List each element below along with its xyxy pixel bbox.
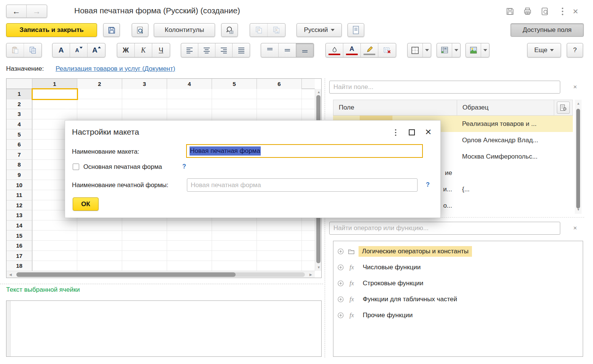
paste-format-button[interactable] xyxy=(268,24,285,37)
expand-icon[interactable] xyxy=(337,312,344,319)
grid-row-header[interactable]: 9 xyxy=(6,170,32,180)
grid-column-header[interactable]: 2 xyxy=(77,79,122,89)
valign-middle-button[interactable] xyxy=(279,43,296,57)
scroll-up-icon[interactable]: ▲ xyxy=(317,91,320,94)
save-and-close-button[interactable]: Записать и закрыть xyxy=(6,23,97,37)
borders-caret[interactable] xyxy=(423,43,431,57)
ok-button[interactable]: ОК xyxy=(73,197,99,211)
clear-format-button[interactable] xyxy=(378,43,396,57)
grid-column-header[interactable]: 5 xyxy=(212,79,257,89)
table-settings-button[interactable] xyxy=(557,102,570,114)
tree-item[interactable]: Логические операторы и константы xyxy=(333,243,583,259)
grid-row-header[interactable]: 3 xyxy=(6,109,32,119)
grid-column-header[interactable]: 6 xyxy=(257,79,302,89)
grid-row-header[interactable]: 10 xyxy=(6,180,32,190)
grid-row-header[interactable]: 2 xyxy=(6,99,32,110)
close-window-button[interactable]: × xyxy=(570,6,581,17)
grid-column-header[interactable]: 4 xyxy=(167,79,212,89)
grid-hscroll-thumb[interactable] xyxy=(16,272,236,277)
grid-column-header[interactable]: 3 xyxy=(122,79,167,89)
forward-button[interactable]: → xyxy=(27,5,47,17)
grid-row-header[interactable]: 18 xyxy=(6,261,32,271)
named-areas-caret[interactable] xyxy=(452,43,460,57)
clear-search-icon[interactable]: × xyxy=(572,225,579,232)
grid-row-header[interactable]: 11 xyxy=(6,190,32,200)
picture-button[interactable] xyxy=(466,43,481,57)
assignment-link[interactable]: Реализация товаров и услуг (Документ) xyxy=(56,65,175,73)
grid-row-header[interactable]: 1 xyxy=(6,89,32,99)
fields-scrollbar[interactable]: ▲ ▼ xyxy=(575,100,582,214)
copy-button[interactable] xyxy=(24,43,41,57)
main-print-form-checkbox[interactable] xyxy=(73,164,79,170)
grid-row-header[interactable]: 14 xyxy=(6,221,32,231)
dialog-close-button[interactable]: × xyxy=(425,126,431,138)
grid-horizontal-scrollbar[interactable]: ◀ ▶ xyxy=(6,271,315,278)
align-right-button[interactable] xyxy=(215,43,233,57)
grid-row-header[interactable]: 12 xyxy=(6,200,32,211)
dialog-more-button[interactable] xyxy=(392,128,399,137)
expand-icon[interactable] xyxy=(337,264,344,271)
cell-text-area[interactable] xyxy=(6,300,322,357)
picture-caret[interactable] xyxy=(481,43,489,57)
scroll-up-icon[interactable]: ▲ xyxy=(577,102,580,105)
more-window-button[interactable] xyxy=(557,6,568,17)
border-color-button[interactable] xyxy=(361,43,378,57)
font-bigger-button[interactable]: A xyxy=(88,43,105,57)
headers-footers-button[interactable]: Колонтитулы xyxy=(154,23,215,37)
clear-search-icon[interactable]: × xyxy=(572,84,579,91)
named-areas-button[interactable]: R: xyxy=(437,43,452,57)
tree-item[interactable]: fxФункции для табличных частей xyxy=(333,291,583,307)
align-justify-button[interactable] xyxy=(233,43,250,57)
font-button[interactable]: A xyxy=(53,43,70,57)
scroll-left-icon[interactable]: ◀ xyxy=(9,273,12,277)
back-button[interactable]: ← xyxy=(6,5,27,17)
grid-column-header[interactable]: 1 xyxy=(32,79,77,89)
scroll-right-icon[interactable]: ▶ xyxy=(309,273,312,277)
print-window-button[interactable] xyxy=(522,6,533,17)
valign-bottom-button[interactable] xyxy=(296,43,314,57)
grid-row-header[interactable]: 5 xyxy=(6,129,32,140)
grid-row-header[interactable]: 16 xyxy=(6,241,32,251)
grid-row-header[interactable]: 4 xyxy=(6,119,32,130)
underline-button[interactable]: Ч xyxy=(152,43,170,57)
preview-window-button[interactable] xyxy=(540,6,550,17)
italic-button[interactable]: К xyxy=(135,43,152,57)
language-select[interactable]: Русский xyxy=(296,23,342,37)
bold-button[interactable]: Ж xyxy=(117,43,135,57)
valign-top-button[interactable] xyxy=(261,43,279,57)
expand-icon[interactable] xyxy=(337,248,344,255)
horizontal-splitter[interactable] xyxy=(0,284,323,284)
tree-item[interactable]: fxЧисловые функции xyxy=(333,259,583,275)
help-question-icon[interactable]: ? xyxy=(426,181,430,188)
help-question-icon[interactable]: ? xyxy=(182,163,186,170)
print-form-name-input[interactable] xyxy=(187,178,418,192)
borders-button[interactable] xyxy=(408,43,423,57)
scroll-down-icon[interactable]: ▼ xyxy=(577,208,580,211)
grid-corner[interactable] xyxy=(6,79,32,89)
grid-row-header[interactable]: 8 xyxy=(6,160,32,170)
grid-row-header[interactable]: 6 xyxy=(6,140,32,150)
font-color-button[interactable]: A xyxy=(343,43,361,57)
font-smaller-button[interactable]: A xyxy=(70,43,88,57)
dialog-maximize-button[interactable] xyxy=(409,129,415,135)
expand-icon[interactable] xyxy=(337,296,344,303)
page-settings-button[interactable] xyxy=(348,23,364,37)
selected-cell[interactable] xyxy=(32,88,78,100)
help-button[interactable]: ? xyxy=(567,43,583,57)
align-left-button[interactable] xyxy=(181,43,198,57)
layout-name-input[interactable]: Новая печатная форма xyxy=(186,144,423,158)
expand-icon[interactable] xyxy=(337,280,344,287)
tree-item[interactable]: fxСтроковые функции xyxy=(333,275,583,291)
grid-row-header[interactable]: 17 xyxy=(6,251,32,261)
more-button[interactable]: Еще xyxy=(527,43,561,57)
column-header-sample[interactable]: Образец xyxy=(457,100,554,115)
column-header-field[interactable]: Поле xyxy=(333,100,457,115)
search-function-input[interactable] xyxy=(329,222,560,235)
print-preview-button[interactable] xyxy=(132,23,148,37)
available-fields-button[interactable]: Доступные поля xyxy=(510,23,584,37)
grid-row-header[interactable]: 7 xyxy=(6,150,32,160)
save-window-button[interactable] xyxy=(505,6,515,17)
find-button[interactable] xyxy=(221,23,238,37)
copy-format-button[interactable] xyxy=(250,24,268,37)
tree-item[interactable]: fxПрочие функции xyxy=(333,307,583,323)
